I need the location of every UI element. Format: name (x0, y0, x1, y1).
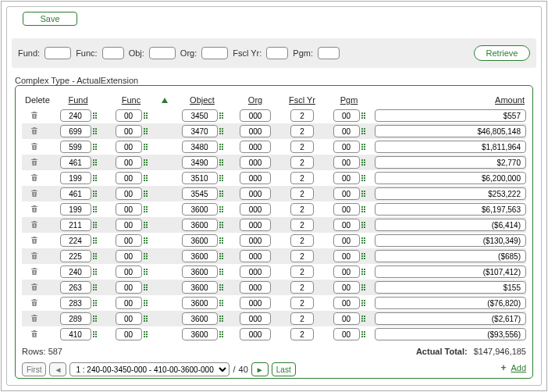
cell-fsclyr[interactable] (290, 297, 314, 309)
cell-pgm[interactable] (333, 312, 360, 325)
cell-amount[interactable] (375, 125, 526, 137)
cell-amount[interactable] (375, 141, 526, 153)
drag-handle-icon[interactable] (361, 315, 365, 322)
cell-pgm[interactable] (333, 234, 360, 247)
trash-icon[interactable] (30, 141, 39, 151)
drag-handle-icon[interactable] (361, 300, 365, 306)
drag-handle-icon[interactable] (219, 159, 223, 166)
col-fsclyr[interactable]: Fscl Yr (281, 95, 323, 105)
drag-handle-icon[interactable] (93, 206, 97, 212)
cell-fund[interactable] (60, 156, 91, 169)
cell-fund[interactable] (60, 125, 91, 137)
cell-object[interactable] (182, 312, 218, 325)
drag-handle-icon[interactable] (219, 237, 223, 244)
trash-icon[interactable] (30, 188, 39, 198)
cell-object[interactable] (182, 281, 218, 294)
drag-handle-icon[interactable] (144, 315, 148, 322)
trash-icon[interactable] (30, 126, 39, 136)
cell-object[interactable] (182, 203, 218, 216)
cell-amount[interactable] (375, 203, 526, 216)
cell-fsclyr[interactable] (290, 156, 314, 169)
cell-fund[interactable] (60, 109, 91, 122)
drag-handle-icon[interactable] (361, 331, 365, 337)
drag-handle-icon[interactable] (93, 175, 97, 181)
drag-handle-icon[interactable] (361, 175, 365, 181)
drag-handle-icon[interactable] (361, 269, 365, 275)
cell-fund[interactable] (60, 141, 91, 153)
cell-amount[interactable] (375, 281, 526, 294)
drag-handle-icon[interactable] (144, 284, 148, 290)
cell-object[interactable] (182, 297, 218, 309)
trash-icon[interactable] (30, 282, 39, 292)
cell-fund[interactable] (60, 250, 91, 262)
col-object[interactable]: Object (175, 95, 230, 105)
drag-handle-icon[interactable] (144, 222, 148, 228)
cell-pgm[interactable] (333, 203, 360, 216)
cell-org[interactable] (240, 219, 271, 231)
cell-org[interactable] (240, 328, 271, 340)
save-button[interactable]: Save (23, 12, 77, 26)
drag-handle-icon[interactable] (219, 253, 223, 259)
cell-fsclyr[interactable] (290, 234, 314, 247)
drag-handle-icon[interactable] (93, 237, 97, 244)
pager-prev-button[interactable]: ◄ (49, 362, 66, 376)
cell-org[interactable] (240, 203, 271, 216)
drag-handle-icon[interactable] (93, 112, 97, 119)
cell-org[interactable] (240, 156, 271, 169)
cell-func[interactable] (116, 297, 142, 309)
cell-fund[interactable] (60, 312, 91, 325)
cell-org[interactable] (240, 109, 271, 122)
drag-handle-icon[interactable] (144, 269, 148, 275)
trash-icon[interactable] (30, 219, 39, 230)
drag-handle-icon[interactable] (361, 237, 365, 244)
filter-input-fund[interactable] (44, 47, 71, 59)
drag-handle-icon[interactable] (144, 331, 148, 337)
drag-handle-icon[interactable] (144, 144, 148, 150)
drag-handle-icon[interactable] (219, 315, 223, 322)
cell-pgm[interactable] (333, 172, 360, 184)
drag-handle-icon[interactable] (93, 159, 97, 166)
drag-handle-icon[interactable] (93, 253, 97, 259)
cell-org[interactable] (240, 141, 271, 153)
drag-handle-icon[interactable] (219, 284, 223, 290)
cell-amount[interactable] (375, 297, 526, 309)
cell-fsclyr[interactable] (290, 281, 314, 294)
drag-handle-icon[interactable] (219, 331, 223, 337)
cell-object[interactable] (182, 328, 218, 340)
pager-range-select[interactable]: 1 : 240-00-3450-000 - 410-00-3600-000 (69, 362, 230, 376)
cell-fsclyr[interactable] (290, 125, 314, 137)
drag-handle-icon[interactable] (144, 253, 148, 259)
pager-next-button[interactable]: ► (251, 362, 269, 376)
cell-amount[interactable] (375, 156, 526, 169)
cell-fsclyr[interactable] (290, 187, 314, 200)
drag-handle-icon[interactable] (361, 284, 365, 290)
trash-icon[interactable] (30, 313, 39, 323)
drag-handle-icon[interactable] (219, 206, 223, 212)
cell-amount[interactable] (375, 109, 526, 122)
cell-func[interactable] (116, 234, 142, 247)
cell-func[interactable] (116, 187, 142, 200)
add-link[interactable]: Add (511, 363, 526, 372)
drag-handle-icon[interactable] (144, 159, 148, 166)
cell-org[interactable] (240, 250, 271, 262)
cell-org[interactable] (240, 312, 271, 325)
trash-icon[interactable] (30, 266, 39, 276)
cell-func[interactable] (116, 250, 142, 262)
cell-object[interactable] (182, 219, 218, 231)
drag-handle-icon[interactable] (144, 191, 148, 197)
drag-handle-icon[interactable] (144, 237, 148, 244)
filter-input-func[interactable] (102, 47, 124, 59)
trash-icon[interactable] (30, 329, 39, 339)
col-amount[interactable]: Amount (375, 95, 526, 105)
drag-handle-icon[interactable] (361, 206, 365, 212)
cell-org[interactable] (240, 281, 271, 294)
pager-last-button[interactable]: Last (272, 362, 296, 376)
cell-org[interactable] (240, 265, 271, 278)
trash-icon[interactable] (30, 235, 39, 245)
cell-amount[interactable] (375, 250, 526, 262)
cell-fund[interactable] (60, 187, 91, 200)
drag-handle-icon[interactable] (144, 206, 148, 212)
trash-icon[interactable] (30, 173, 39, 183)
cell-func[interactable] (116, 125, 142, 137)
cell-fund[interactable] (60, 234, 91, 247)
